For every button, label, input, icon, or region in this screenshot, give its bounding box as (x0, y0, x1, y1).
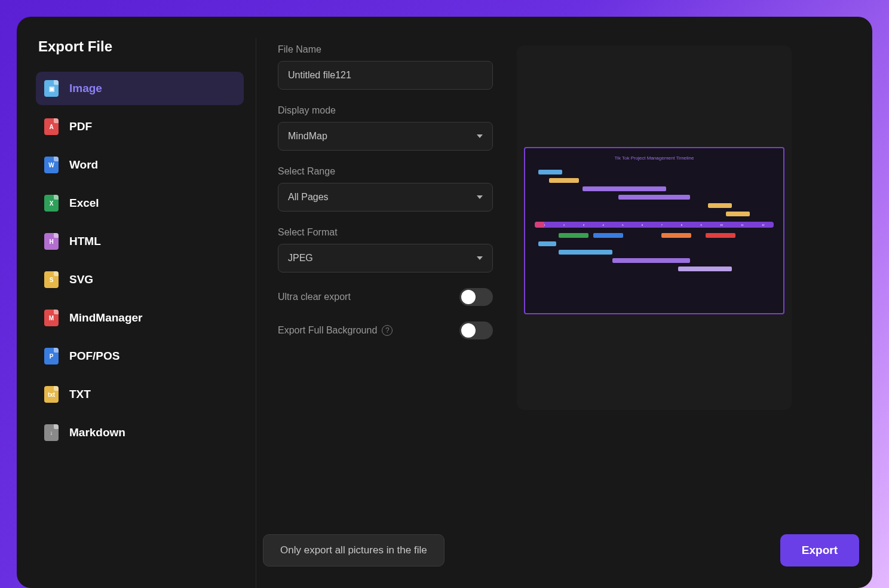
select-format-label: Select Format (278, 227, 493, 238)
display-mode-value: MindMap (288, 131, 327, 142)
timeline-axis: 123456789101112 (535, 222, 774, 228)
sidebar-item-svg[interactable]: S SVG (36, 263, 244, 296)
mindmanager-file-icon: M (44, 310, 59, 326)
select-range-select[interactable]: All Pages (278, 183, 493, 212)
image-file-icon: ▣ (44, 80, 59, 97)
chevron-down-icon (477, 256, 483, 260)
sidebar-item-word[interactable]: W Word (36, 148, 244, 182)
svg-file-icon: S (44, 271, 59, 288)
sidebar-item-label: TXT (69, 388, 91, 401)
sidebar-item-txt[interactable]: txt TXT (36, 378, 244, 411)
display-mode-select[interactable]: MindMap (278, 122, 493, 151)
filename-group: File Name (278, 44, 493, 90)
ultra-clear-row: Ultra clear export (278, 288, 493, 306)
sidebar-item-label: POF/POS (69, 350, 119, 363)
preview-title: Tik Tok Project Management Timeline (535, 155, 774, 161)
sidebar-item-image[interactable]: ▣ Image (36, 72, 244, 105)
select-format-group: Select Format JPEG (278, 227, 493, 272)
full-bg-row: Export Full Background ? (278, 321, 493, 339)
export-button[interactable]: Export (780, 534, 859, 566)
toggle-knob (461, 290, 476, 304)
export-pictures-button[interactable]: Only export all pictures in the file (263, 534, 444, 566)
sidebar-item-label: PDF (69, 120, 92, 133)
toggle-knob (461, 323, 476, 338)
preview-column: Tik Tok Project Management Timeline 1234… (517, 44, 858, 588)
dialog-title: Export File (36, 38, 244, 55)
display-mode-group: Display mode MindMap (278, 105, 493, 151)
full-bg-toggle[interactable] (459, 321, 493, 339)
select-range-group: Select Range All Pages (278, 166, 493, 212)
sidebar-item-label: SVG (69, 273, 93, 286)
ultra-clear-label: Ultra clear export (278, 292, 351, 302)
select-format-select[interactable]: JPEG (278, 244, 493, 272)
export-form: File Name Display mode MindMap Select Ra… (278, 44, 493, 588)
sidebar-item-label: Excel (69, 197, 99, 210)
preview-panel: Tik Tok Project Management Timeline 1234… (517, 45, 792, 410)
sidebar-item-label: MindManager (69, 311, 142, 324)
sidebar-item-mindmanager[interactable]: M MindManager (36, 301, 244, 335)
preview-thumbnail: Tik Tok Project Management Timeline 1234… (524, 147, 784, 314)
pdf-file-icon: A (44, 118, 59, 135)
footer-bar: Only export all pictures in the file Exp… (263, 534, 859, 566)
display-mode-label: Display mode (278, 105, 493, 116)
excel-file-icon: X (44, 195, 59, 212)
full-bg-label: Export Full Background ? (278, 325, 393, 336)
ultra-clear-toggle[interactable] (459, 288, 493, 306)
txt-file-icon: txt (44, 386, 59, 403)
format-list: ▣ Image A PDF W Word X Excel H HTML S (36, 72, 244, 449)
sidebar-item-label: Image (69, 82, 102, 95)
sidebar-item-label: Markdown (69, 426, 125, 439)
sidebar-item-pofpos[interactable]: P POF/POS (36, 339, 244, 373)
sidebar-item-excel[interactable]: X Excel (36, 186, 244, 220)
markdown-file-icon: ↓ (44, 424, 59, 441)
help-icon[interactable]: ? (382, 325, 393, 336)
sidebar-item-markdown[interactable]: ↓ Markdown (36, 416, 244, 449)
sidebar-item-html[interactable]: H HTML (36, 225, 244, 258)
sidebar: Export File ▣ Image A PDF W Word X Excel… (17, 38, 256, 588)
chevron-down-icon (477, 195, 483, 199)
html-file-icon: H (44, 233, 59, 250)
select-format-value: JPEG (288, 253, 313, 264)
chevron-down-icon (477, 134, 483, 138)
select-range-value: All Pages (288, 192, 329, 203)
sidebar-item-label: Word (69, 158, 98, 172)
word-file-icon: W (44, 157, 59, 173)
pofpos-file-icon: P (44, 348, 59, 365)
filename-input[interactable] (278, 61, 493, 90)
sidebar-item-pdf[interactable]: A PDF (36, 110, 244, 143)
export-dialog: Export File ▣ Image A PDF W Word X Excel… (17, 17, 872, 588)
sidebar-item-label: HTML (69, 235, 101, 248)
filename-label: File Name (278, 44, 493, 55)
select-range-label: Select Range (278, 166, 493, 177)
main-panel: File Name Display mode MindMap Select Ra… (256, 38, 872, 588)
